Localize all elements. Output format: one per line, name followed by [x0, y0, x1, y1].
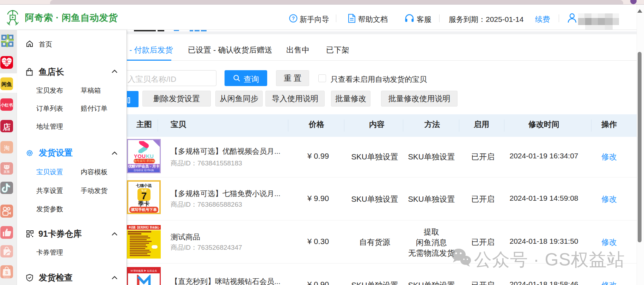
svg-text:佳: 佳: [6, 61, 8, 63]
svg-text:Shopee: Shopee: [4, 276, 10, 278]
svg-text:S: S: [5, 270, 8, 275]
svg-text:闲鱼: 闲鱼: [1, 81, 12, 87]
svg-text:店: 店: [2, 123, 11, 132]
svg-text:淘: 淘: [4, 145, 10, 151]
svg-text:京东: 京东: [3, 170, 10, 174]
svg-text:小红书: 小红书: [0, 103, 13, 107]
svg-text:?: ?: [292, 16, 295, 21]
